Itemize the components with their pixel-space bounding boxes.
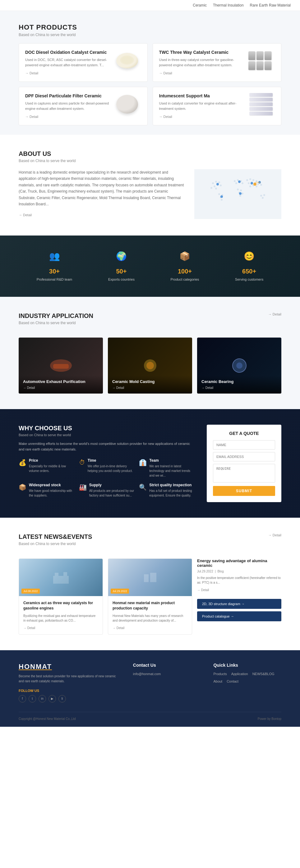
- footer-email-link[interactable]: info@honmat.com: [133, 672, 201, 676]
- industry-card-1-title: Automotive Exhaust Purification: [23, 379, 99, 384]
- why-feature-team-desc: We are trained in latest technology and …: [149, 464, 194, 478]
- resource-btn-diagram[interactable]: 2D, 3D structure diagram →: [197, 599, 281, 609]
- world-map: China: [194, 169, 281, 220]
- why-feature-time-text: Time We offer just-in-time delivery help…: [88, 458, 134, 473]
- quote-require-input[interactable]: [213, 464, 275, 483]
- news-card-1-link[interactable]: → Detail: [23, 626, 35, 630]
- stats-banner: 👥 30+ Professional R&D team 🌍 50+ Export…: [0, 236, 300, 297]
- news-title-group: LATEST NEWS&EVENTS Based on China to ser…: [19, 533, 92, 552]
- nav-thermal[interactable]: Thermal Insulation: [213, 3, 244, 7]
- svg-text:China: China: [256, 181, 261, 183]
- production-icon: [141, 570, 160, 585]
- product-card-1-title: DOC Diesel Oxidation Catalyst Ceramic: [25, 50, 109, 55]
- quote-email-input[interactable]: [213, 452, 275, 461]
- product-card-1-info: DOC Diesel Oxidation Catalyst Ceramic Us…: [25, 50, 109, 75]
- footer-link-application[interactable]: Application: [231, 672, 248, 676]
- footer-quick-links: Products Application NEWS&BLOG About Con…: [213, 672, 281, 685]
- industry-title: INDUSTRY APPLICATION: [19, 312, 93, 319]
- about-text: Honmat is a leading domestic enterprise …: [19, 169, 185, 218]
- product-card-3-img: [113, 93, 141, 115]
- product-card-4-desc: Used in catalyst converter for engine ex…: [159, 101, 243, 111]
- product-card-2-title: TWC Three Way Catalyst Ceramic: [159, 50, 243, 55]
- product-card-1-link[interactable]: → Detail: [25, 71, 38, 75]
- product-card-4-info: Intumescent Support Ma Used in catalyst …: [159, 93, 243, 119]
- why-feature-quality-text: Strict quality inspection Has a full set…: [149, 483, 194, 498]
- stat-label-products: Product categories: [171, 278, 199, 281]
- product-card-3-title: DPF Diesel Particulate Filter Ceramic: [25, 93, 109, 98]
- news-card-2-link[interactable]: → Detail: [112, 626, 124, 630]
- svg-point-37: [260, 195, 262, 197]
- news-card-1-img: Jul.08.2022: [19, 559, 103, 596]
- industry-card-3[interactable]: Ceramic Bearing → Detail: [197, 338, 281, 394]
- industry-card-3-title: Ceramic Bearing: [201, 379, 277, 384]
- industry-card-3-link[interactable]: → Detail: [201, 386, 213, 390]
- product-card-3-link[interactable]: → Detail: [25, 115, 38, 119]
- news-featured-desc: In the positive temperature coefficient …: [197, 576, 281, 585]
- svg-point-38: [263, 194, 265, 196]
- social-linkedin[interactable]: li: [59, 695, 66, 703]
- product-card-4-title: Intumescent Support Ma: [159, 93, 243, 98]
- about-detail-link[interactable]: → Detail: [19, 212, 185, 218]
- quote-submit-button[interactable]: SUBMIT: [213, 486, 275, 496]
- social-youtube[interactable]: ▶: [48, 695, 56, 703]
- quality-icon: 🔍: [139, 484, 147, 491]
- footer-link-newsblog[interactable]: NEWS&BLOG: [253, 672, 274, 676]
- social-facebook[interactable]: f: [19, 695, 26, 703]
- social-twitter[interactable]: t: [29, 695, 36, 703]
- footer-link-contact[interactable]: Contact: [227, 679, 238, 683]
- why-section: WHY CHOOSE US Based on China to serve th…: [0, 409, 300, 518]
- industry-card-2-link[interactable]: → Detail: [112, 386, 124, 390]
- footer-follow-label: FOLLOW US: [19, 689, 121, 692]
- footer-col-brand: HONMAT Become the best solution provider…: [19, 663, 121, 703]
- industry-card-1[interactable]: Automotive Exhaust Purification → Detail: [19, 338, 103, 394]
- nav-rare-earth[interactable]: Rare Earth Raw Material: [250, 3, 291, 7]
- stat-rd-team: 👥 30+ Professional R&D team: [37, 251, 72, 281]
- svg-point-33: [218, 193, 220, 195]
- social-icons: f t in ▶ li: [19, 695, 121, 703]
- news-card-1-body: Ceramics act as three way catalysts for …: [19, 596, 103, 634]
- footer-link-about[interactable]: About: [213, 679, 222, 683]
- why-feature-team-text: Team We are trained in latest technology…: [149, 458, 194, 478]
- footer-grid: HONMAT Become the best solution provider…: [19, 663, 281, 703]
- why-feature-stock-text: Widespread stock We have good relationsh…: [29, 483, 74, 498]
- nav-ceramic[interactable]: Ceramic: [193, 3, 207, 7]
- svg-point-10: [237, 179, 239, 181]
- svg-point-27: [256, 185, 258, 187]
- footer-bottom: Copyright @Honest New Material Co.,Ltd P…: [19, 712, 281, 720]
- resource-btn-catalogue[interactable]: Product catalogue →: [197, 611, 281, 621]
- ceramic-cylinders-icon: [248, 51, 273, 70]
- why-feature-price-text: Price Especially for middle & low volume…: [29, 458, 74, 473]
- industry-card-1-link[interactable]: → Detail: [23, 386, 35, 390]
- industry-card-1-overlay: Automotive Exhaust Purification → Detail: [19, 375, 103, 394]
- why-features: 💰 Price Especially for middle & low volu…: [19, 458, 194, 498]
- product-card-2-img: [247, 50, 275, 71]
- hero-subtitle: Based on China to serve the world: [19, 33, 281, 37]
- footer-quick-links-title: Quick Links: [213, 663, 281, 668]
- why-feature-supply: 🏭 Supply All products are produced by ou…: [79, 483, 134, 498]
- news-featured-link[interactable]: → Detail: [197, 588, 209, 592]
- footer-tagline: Become the best solution provider for ne…: [19, 674, 121, 684]
- news-detail-link[interactable]: → Detail: [268, 533, 281, 537]
- hero-title: HOT PRODUCTS: [19, 23, 281, 31]
- product-card-2-link[interactable]: → Detail: [159, 71, 172, 75]
- footer: HONMAT Become the best solution provider…: [0, 650, 300, 727]
- industry-card-2[interactable]: Ceramic Mold Casting → Detail: [108, 338, 192, 394]
- stat-icon-exports: 🌍: [108, 251, 135, 261]
- industry-card-2-title: Ceramic Mold Casting: [112, 379, 188, 384]
- news-card-2-date: Jul.29.2022: [111, 589, 129, 594]
- quote-name-input[interactable]: [213, 440, 275, 450]
- footer-logo: HONMAT: [19, 663, 121, 671]
- svg-point-9: [234, 180, 236, 182]
- svg-point-15: [246, 179, 248, 181]
- why-feature-price-title: Price: [29, 458, 74, 463]
- products-grid: DOC Diesel Oxidation Catalyst Ceramic Us…: [19, 43, 281, 125]
- industry-detail-link[interactable]: → Detail: [268, 312, 281, 316]
- why-left: WHY CHOOSE US Based on China to serve th…: [19, 425, 194, 502]
- footer-col-contact: Contact Us info@honmat.com: [133, 663, 201, 703]
- svg-point-20: [248, 182, 249, 184]
- stat-icon-products: 📦: [171, 251, 199, 261]
- social-instagram[interactable]: in: [38, 695, 46, 703]
- footer-link-products[interactable]: Products: [213, 672, 227, 676]
- news-card-2-img: Jul.29.2022: [108, 559, 192, 596]
- product-card-4-link[interactable]: → Detail: [159, 115, 172, 119]
